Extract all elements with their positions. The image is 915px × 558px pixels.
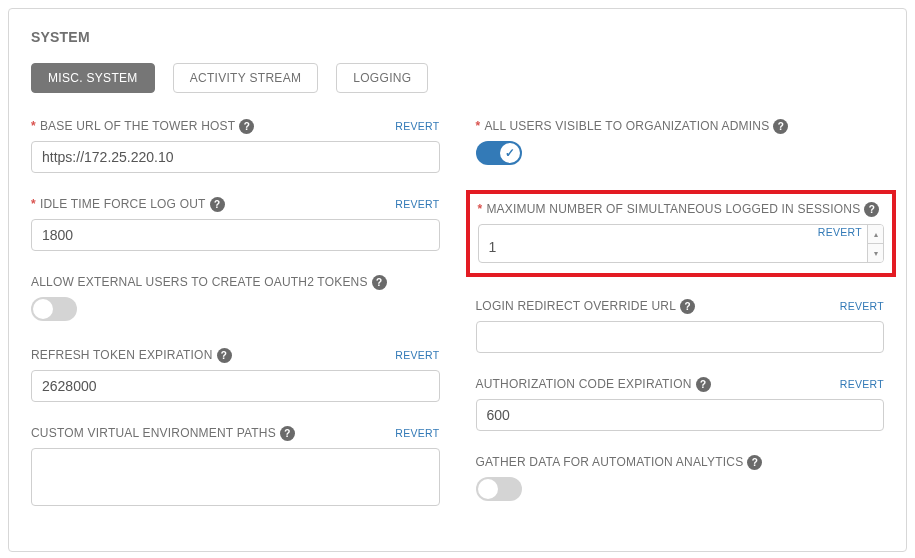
toggle-oauth2-tokens[interactable] xyxy=(31,297,77,321)
highlight-max-sessions: * MAXIMUM NUMBER OF SIMULTANEOUS LOGGED … xyxy=(466,190,897,277)
number-spinners: ▴ ▾ xyxy=(867,225,883,262)
revert-idle-timeout[interactable]: REVERT xyxy=(395,198,439,210)
help-icon[interactable]: ? xyxy=(372,275,387,290)
help-icon[interactable]: ? xyxy=(680,299,695,314)
revert-refresh-token[interactable]: REVERT xyxy=(395,349,439,361)
label-gather-data: GATHER DATA FOR AUTOMATION ANALYTICS xyxy=(476,455,744,469)
revert-login-redirect[interactable]: REVERT xyxy=(840,300,884,312)
help-icon[interactable]: ? xyxy=(747,455,762,470)
toggle-all-users-visible[interactable]: ✓ xyxy=(476,141,522,165)
spinner-down-icon[interactable]: ▾ xyxy=(868,244,883,262)
field-max-sessions: * MAXIMUM NUMBER OF SIMULTANEOUS LOGGED … xyxy=(478,200,885,263)
input-login-redirect[interactable] xyxy=(476,321,885,353)
toggle-gather-data[interactable] xyxy=(476,477,522,501)
revert-max-sessions[interactable]: REVERT xyxy=(818,226,862,238)
required-marker: * xyxy=(478,202,483,216)
field-base-url: * BASE URL OF THE TOWER HOST ? REVERT xyxy=(31,117,440,173)
revert-custom-venv[interactable]: REVERT xyxy=(395,427,439,439)
label-custom-venv: CUSTOM VIRTUAL ENVIRONMENT PATHS xyxy=(31,426,276,440)
field-gather-data: GATHER DATA FOR AUTOMATION ANALYTICS ? xyxy=(476,453,885,504)
help-icon[interactable]: ? xyxy=(696,377,711,392)
label-oauth2-tokens: ALLOW EXTERNAL USERS TO CREATE OAUTH2 TO… xyxy=(31,275,368,289)
label-idle-timeout: IDLE TIME FORCE LOG OUT xyxy=(40,197,206,211)
revert-base-url[interactable]: REVERT xyxy=(395,120,439,132)
help-icon[interactable]: ? xyxy=(239,119,254,134)
help-icon[interactable]: ? xyxy=(217,348,232,363)
field-login-redirect: LOGIN REDIRECT OVERRIDE URL ? REVERT xyxy=(476,297,885,353)
input-custom-venv[interactable] xyxy=(31,448,440,506)
right-column: * ALL USERS VISIBLE TO ORGANIZATION ADMI… xyxy=(476,117,885,531)
help-icon[interactable]: ? xyxy=(210,197,225,212)
tab-activity-stream[interactable]: ACTIVITY STREAM xyxy=(173,63,319,93)
field-custom-venv: CUSTOM VIRTUAL ENVIRONMENT PATHS ? REVER… xyxy=(31,424,440,509)
tab-misc-system[interactable]: MISC. SYSTEM xyxy=(31,63,155,93)
help-icon[interactable]: ? xyxy=(864,202,879,217)
help-icon[interactable]: ? xyxy=(773,119,788,134)
input-refresh-token[interactable] xyxy=(31,370,440,402)
help-icon[interactable]: ? xyxy=(280,426,295,441)
label-all-users-visible: ALL USERS VISIBLE TO ORGANIZATION ADMINS xyxy=(484,119,769,133)
field-auth-code: AUTHORIZATION CODE EXPIRATION ? REVERT xyxy=(476,375,885,431)
input-auth-code[interactable] xyxy=(476,399,885,431)
label-login-redirect: LOGIN REDIRECT OVERRIDE URL xyxy=(476,299,677,313)
revert-auth-code[interactable]: REVERT xyxy=(840,378,884,390)
field-oauth2-tokens: ALLOW EXTERNAL USERS TO CREATE OAUTH2 TO… xyxy=(31,273,440,324)
input-base-url[interactable] xyxy=(31,141,440,173)
field-idle-timeout: * IDLE TIME FORCE LOG OUT ? REVERT xyxy=(31,195,440,251)
panel-title: SYSTEM xyxy=(31,29,884,45)
required-marker: * xyxy=(476,119,481,133)
required-marker: * xyxy=(31,119,36,133)
tab-logging[interactable]: LOGGING xyxy=(336,63,428,93)
left-column: * BASE URL OF THE TOWER HOST ? REVERT * … xyxy=(31,117,440,531)
input-idle-timeout[interactable] xyxy=(31,219,440,251)
required-marker: * xyxy=(31,197,36,211)
system-settings-panel: SYSTEM MISC. SYSTEM ACTIVITY STREAM LOGG… xyxy=(8,8,907,552)
settings-tabs: MISC. SYSTEM ACTIVITY STREAM LOGGING xyxy=(31,63,884,93)
field-refresh-token: REFRESH TOKEN EXPIRATION ? REVERT xyxy=(31,346,440,402)
check-icon: ✓ xyxy=(505,146,515,160)
label-base-url: BASE URL OF THE TOWER HOST xyxy=(40,119,235,133)
field-all-users-visible: * ALL USERS VISIBLE TO ORGANIZATION ADMI… xyxy=(476,117,885,168)
spinner-up-icon[interactable]: ▴ xyxy=(868,225,883,244)
label-auth-code: AUTHORIZATION CODE EXPIRATION xyxy=(476,377,692,391)
label-max-sessions: MAXIMUM NUMBER OF SIMULTANEOUS LOGGED IN… xyxy=(486,202,860,216)
label-refresh-token: REFRESH TOKEN EXPIRATION xyxy=(31,348,213,362)
